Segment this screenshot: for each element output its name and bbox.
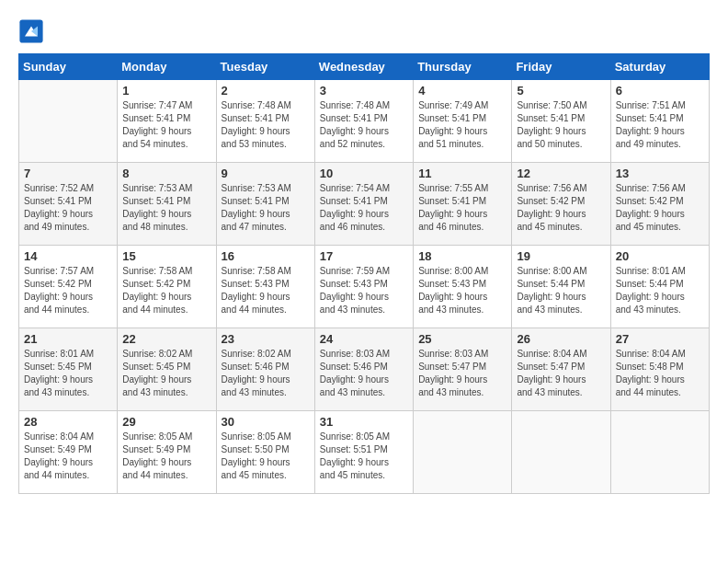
weekday-header-thursday: Thursday <box>414 54 512 80</box>
weekday-header-sunday: Sunday <box>19 54 118 80</box>
day-info: Sunrise: 7:58 AMSunset: 5:43 PMDaylight:… <box>222 265 310 316</box>
day-info: Sunrise: 8:03 AMSunset: 5:46 PMDaylight:… <box>320 348 408 399</box>
calendar-cell: 27Sunrise: 8:04 AMSunset: 5:48 PMDayligh… <box>610 328 709 411</box>
day-info: Sunrise: 8:05 AMSunset: 5:50 PMDaylight:… <box>222 431 310 482</box>
day-number: 24 <box>320 332 408 346</box>
calendar-cell: 26Sunrise: 8:04 AMSunset: 5:47 PMDayligh… <box>512 328 610 411</box>
calendar-week-row: 28Sunrise: 8:04 AMSunset: 5:49 PMDayligh… <box>19 411 710 494</box>
calendar-cell: 8Sunrise: 7:53 AMSunset: 5:41 PMDaylight… <box>118 163 216 246</box>
day-number: 4 <box>418 84 506 98</box>
calendar-cell <box>512 411 610 494</box>
day-number: 26 <box>517 332 605 346</box>
calendar-cell: 22Sunrise: 8:02 AMSunset: 5:45 PMDayligh… <box>118 328 216 411</box>
day-number: 30 <box>222 415 310 429</box>
day-number: 6 <box>616 84 704 98</box>
day-number: 27 <box>616 332 704 346</box>
calendar-cell: 19Sunrise: 8:00 AMSunset: 5:44 PMDayligh… <box>512 246 610 328</box>
day-info: Sunrise: 7:53 AMSunset: 5:41 PMDaylight:… <box>222 182 310 234</box>
calendar-cell: 11Sunrise: 7:55 AMSunset: 5:41 PMDayligh… <box>414 163 512 246</box>
day-info: Sunrise: 8:02 AMSunset: 5:46 PMDaylight:… <box>222 348 310 399</box>
calendar-table: SundayMondayTuesdayWednesdayThursdayFrid… <box>18 53 710 494</box>
day-number: 23 <box>222 332 310 346</box>
calendar-cell: 3Sunrise: 7:48 AMSunset: 5:41 PMDaylight… <box>314 80 413 163</box>
day-info: Sunrise: 7:57 AMSunset: 5:42 PMDaylight:… <box>24 265 112 316</box>
calendar-cell: 16Sunrise: 7:58 AMSunset: 5:43 PMDayligh… <box>216 246 314 328</box>
calendar-cell: 4Sunrise: 7:49 AMSunset: 5:41 PMDaylight… <box>414 80 512 163</box>
day-info: Sunrise: 7:49 AMSunset: 5:41 PMDaylight:… <box>418 99 506 151</box>
calendar-week-row: 14Sunrise: 7:57 AMSunset: 5:42 PMDayligh… <box>19 246 710 328</box>
day-number: 7 <box>24 167 112 180</box>
day-number: 8 <box>122 167 210 180</box>
day-info: Sunrise: 8:00 AMSunset: 5:43 PMDaylight:… <box>418 265 506 316</box>
calendar-cell: 25Sunrise: 8:03 AMSunset: 5:47 PMDayligh… <box>414 328 512 411</box>
day-info: Sunrise: 8:04 AMSunset: 5:47 PMDaylight:… <box>517 348 605 399</box>
day-info: Sunrise: 7:47 AMSunset: 5:41 PMDaylight:… <box>122 99 210 151</box>
weekday-header-saturday: Saturday <box>610 54 709 80</box>
logo-icon <box>18 18 44 44</box>
calendar-cell: 29Sunrise: 8:05 AMSunset: 5:49 PMDayligh… <box>118 411 216 494</box>
weekday-header-friday: Friday <box>512 54 610 80</box>
day-info: Sunrise: 7:59 AMSunset: 5:43 PMDaylight:… <box>320 265 408 316</box>
day-info: Sunrise: 7:56 AMSunset: 5:42 PMDaylight:… <box>517 182 605 234</box>
calendar-body: 1Sunrise: 7:47 AMSunset: 5:41 PMDaylight… <box>19 80 710 494</box>
day-number: 17 <box>320 249 408 263</box>
day-number: 19 <box>517 249 605 263</box>
calendar-cell: 20Sunrise: 8:01 AMSunset: 5:44 PMDayligh… <box>610 246 709 328</box>
calendar-cell: 14Sunrise: 7:57 AMSunset: 5:42 PMDayligh… <box>19 246 118 328</box>
day-info: Sunrise: 7:54 AMSunset: 5:41 PMDaylight:… <box>320 182 408 234</box>
day-number: 21 <box>24 332 112 346</box>
weekday-header-tuesday: Tuesday <box>216 54 314 80</box>
calendar-cell: 10Sunrise: 7:54 AMSunset: 5:41 PMDayligh… <box>314 163 413 246</box>
day-info: Sunrise: 7:48 AMSunset: 5:41 PMDaylight:… <box>320 99 408 151</box>
day-info: Sunrise: 8:05 AMSunset: 5:51 PMDaylight:… <box>320 431 408 482</box>
logo <box>18 18 48 44</box>
calendar-cell: 15Sunrise: 7:58 AMSunset: 5:42 PMDayligh… <box>118 246 216 328</box>
calendar-cell: 1Sunrise: 7:47 AMSunset: 5:41 PMDaylight… <box>118 80 216 163</box>
calendar-cell <box>414 411 512 494</box>
day-number: 31 <box>320 415 408 429</box>
calendar-cell: 6Sunrise: 7:51 AMSunset: 5:41 PMDaylight… <box>610 80 709 163</box>
calendar-cell: 30Sunrise: 8:05 AMSunset: 5:50 PMDayligh… <box>216 411 314 494</box>
calendar-cell: 23Sunrise: 8:02 AMSunset: 5:46 PMDayligh… <box>216 328 314 411</box>
day-number: 12 <box>517 167 605 180</box>
calendar-cell: 5Sunrise: 7:50 AMSunset: 5:41 PMDaylight… <box>512 80 610 163</box>
day-info: Sunrise: 8:04 AMSunset: 5:49 PMDaylight:… <box>24 431 112 482</box>
day-info: Sunrise: 8:04 AMSunset: 5:48 PMDaylight:… <box>616 348 704 399</box>
day-number: 9 <box>222 167 310 180</box>
calendar-header: SundayMondayTuesdayWednesdayThursdayFrid… <box>19 54 710 80</box>
day-number: 29 <box>122 415 210 429</box>
day-number: 2 <box>222 84 310 98</box>
calendar-cell: 12Sunrise: 7:56 AMSunset: 5:42 PMDayligh… <box>512 163 610 246</box>
day-number: 20 <box>616 249 704 263</box>
day-info: Sunrise: 7:56 AMSunset: 5:42 PMDaylight:… <box>616 182 704 234</box>
calendar-cell: 18Sunrise: 8:00 AMSunset: 5:43 PMDayligh… <box>414 246 512 328</box>
weekday-header-wednesday: Wednesday <box>314 54 413 80</box>
day-number: 18 <box>418 249 506 263</box>
weekday-header-row: SundayMondayTuesdayWednesdayThursdayFrid… <box>19 54 710 80</box>
day-info: Sunrise: 8:02 AMSunset: 5:45 PMDaylight:… <box>122 348 210 399</box>
day-number: 28 <box>24 415 112 429</box>
day-info: Sunrise: 8:01 AMSunset: 5:45 PMDaylight:… <box>24 348 112 399</box>
day-info: Sunrise: 8:00 AMSunset: 5:44 PMDaylight:… <box>517 265 605 316</box>
day-info: Sunrise: 8:05 AMSunset: 5:49 PMDaylight:… <box>122 431 210 482</box>
day-number: 16 <box>222 249 310 263</box>
day-info: Sunrise: 8:03 AMSunset: 5:47 PMDaylight:… <box>418 348 506 399</box>
day-info: Sunrise: 7:51 AMSunset: 5:41 PMDaylight:… <box>616 99 704 151</box>
calendar-week-row: 1Sunrise: 7:47 AMSunset: 5:41 PMDaylight… <box>19 80 710 163</box>
calendar-cell: 13Sunrise: 7:56 AMSunset: 5:42 PMDayligh… <box>610 163 709 246</box>
day-info: Sunrise: 7:58 AMSunset: 5:42 PMDaylight:… <box>122 265 210 316</box>
calendar-cell: 17Sunrise: 7:59 AMSunset: 5:43 PMDayligh… <box>314 246 413 328</box>
calendar-cell: 7Sunrise: 7:52 AMSunset: 5:41 PMDaylight… <box>19 163 118 246</box>
day-info: Sunrise: 7:50 AMSunset: 5:41 PMDaylight:… <box>517 99 605 151</box>
calendar-cell <box>610 411 709 494</box>
day-number: 15 <box>122 249 210 263</box>
calendar-cell: 2Sunrise: 7:48 AMSunset: 5:41 PMDaylight… <box>216 80 314 163</box>
calendar-cell: 21Sunrise: 8:01 AMSunset: 5:45 PMDayligh… <box>19 328 118 411</box>
day-number: 5 <box>517 84 605 98</box>
day-info: Sunrise: 7:52 AMSunset: 5:41 PMDaylight:… <box>24 182 112 234</box>
day-info: Sunrise: 7:48 AMSunset: 5:41 PMDaylight:… <box>222 99 310 151</box>
calendar-cell: 31Sunrise: 8:05 AMSunset: 5:51 PMDayligh… <box>314 411 413 494</box>
day-number: 22 <box>122 332 210 346</box>
day-number: 3 <box>320 84 408 98</box>
page-header <box>18 18 710 44</box>
